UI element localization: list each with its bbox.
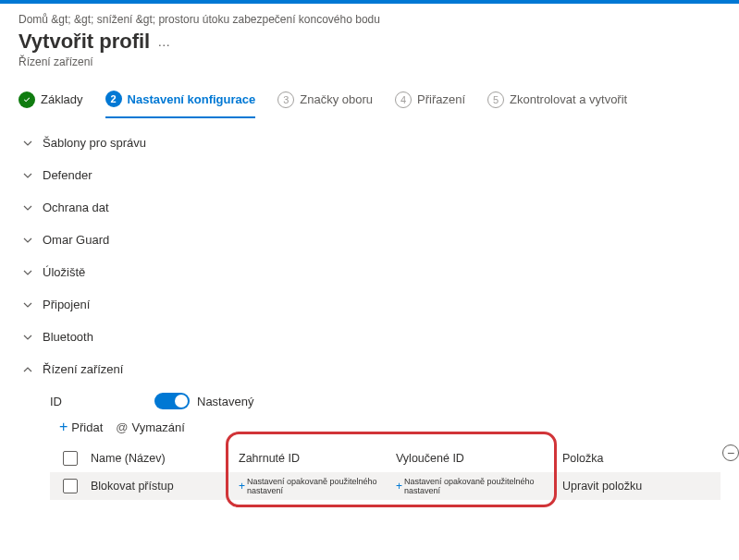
- plus-icon: +: [59, 419, 68, 435]
- wizard-steps: Základy 2 Nastavení konfigurace 3 Značky…: [0, 74, 739, 117]
- accordion-label: Připojení: [43, 298, 90, 311]
- included-settings-link[interactable]: + Nastavení opakovaně použitelného nasta…: [239, 477, 396, 495]
- step-label: Základy: [41, 92, 83, 106]
- tiny-link-label: Nastavení opakovaně použitelného nastave…: [404, 477, 562, 495]
- table-header-row: Name (Název) Zahrnuté ID Vyloučené ID Po…: [50, 444, 721, 472]
- step-basics[interactable]: Základy: [18, 91, 83, 117]
- chevron-down-icon: [22, 202, 33, 213]
- chevron-down-icon: [22, 299, 33, 310]
- col-name: Name (Název): [91, 452, 239, 465]
- accordion-label: Řízení zařízení: [43, 362, 123, 376]
- step-number-icon: 4: [395, 91, 412, 108]
- cell-name: Blokovat přístup: [91, 480, 239, 493]
- step-label: Přiřazení: [417, 92, 465, 106]
- step-label: Nastavení konfigurace: [128, 92, 256, 106]
- accordion-connectivity[interactable]: Připojení: [18, 288, 721, 321]
- chevron-down-icon: [22, 267, 33, 278]
- row-checkbox[interactable]: [63, 479, 78, 493]
- toggle-knob: [175, 395, 188, 408]
- chevron-down-icon: [22, 138, 33, 149]
- remove-row-button[interactable]: −: [722, 444, 739, 461]
- config-body: Šablony pro správu Defender Ochrana dat …: [0, 117, 739, 518]
- chevron-up-icon: [22, 364, 33, 375]
- col-excluded: Vyloučené ID: [396, 452, 562, 465]
- accordion-data-protection[interactable]: Ochrana dat: [18, 191, 721, 224]
- accordion-admin-templates[interactable]: Šablony pro správu: [18, 127, 721, 159]
- col-item: Položka: [562, 452, 673, 465]
- clear-label: Vymazání: [132, 420, 185, 434]
- chevron-down-icon: [22, 332, 33, 343]
- accordion-label: Omar Guard: [43, 233, 109, 247]
- table-row: Blokovat přístup + Nastavení opakovaně p…: [50, 472, 721, 500]
- step-scope-tags[interactable]: 3 Značky oboru: [277, 91, 373, 117]
- at-icon: @: [116, 420, 128, 434]
- breadcrumb[interactable]: Domů &gt; &gt; snížení &gt; prostoru úto…: [18, 13, 721, 26]
- check-icon: [18, 91, 35, 108]
- id-label: ID: [50, 395, 62, 408]
- step-number-icon: 2: [105, 91, 122, 107]
- accordion-device-control[interactable]: Řízení zařízení: [18, 353, 721, 385]
- configured-toggle[interactable]: [154, 393, 190, 409]
- accordion-defender[interactable]: Defender: [18, 159, 721, 191]
- step-assignments[interactable]: 4 Přiřazení: [395, 91, 465, 117]
- excluded-settings-link[interactable]: + Nastavení opakovaně použitelného nasta…: [396, 477, 562, 495]
- plus-icon: +: [239, 480, 245, 493]
- accordion-bluetooth[interactable]: Bluetooth: [18, 321, 721, 353]
- page-title: Vytvořit profil: [18, 30, 150, 54]
- accordion-label: Defender: [43, 168, 92, 182]
- add-button[interactable]: + Přidat: [59, 419, 103, 435]
- clear-button[interactable]: @ Vymazání: [116, 420, 185, 434]
- rules-table: Name (Název) Zahrnuté ID Vyloučené ID Po…: [50, 444, 721, 500]
- chevron-down-icon: [22, 170, 33, 181]
- chevron-down-icon: [22, 235, 33, 246]
- page-header: Domů &gt; &gt; snížení &gt; prostoru úto…: [0, 4, 739, 74]
- accordion-label: Úložiště: [43, 265, 85, 279]
- toggle-label: Nastavený: [197, 395, 253, 408]
- page-subtitle: Řízení zařízení: [18, 55, 721, 68]
- step-config[interactable]: 2 Nastavení konfigurace: [105, 91, 256, 118]
- accordion-label: Ochrana dat: [43, 201, 109, 214]
- accordion-label: Bluetooth: [43, 330, 93, 344]
- accordion-omar-guard[interactable]: Omar Guard: [18, 224, 721, 256]
- device-control-panel: ID Nastavený + Přidat @ Vymazání Name (N…: [18, 385, 721, 500]
- edit-item-link[interactable]: Upravit položku: [562, 480, 642, 493]
- accordion-storage[interactable]: Úložiště: [18, 256, 721, 288]
- step-number-icon: 5: [487, 91, 504, 108]
- step-review[interactable]: 5 Zkontrolovat a vytvořit: [487, 91, 627, 117]
- step-number-icon: 3: [277, 91, 294, 108]
- step-label: Značky oboru: [300, 92, 373, 106]
- col-included: Zahrnuté ID: [239, 452, 396, 465]
- add-label: Přidat: [71, 420, 103, 434]
- select-all-checkbox[interactable]: [63, 451, 78, 466]
- more-icon[interactable]: …: [157, 34, 171, 49]
- plus-icon: +: [396, 480, 402, 493]
- step-label: Zkontrolovat a vytvořit: [510, 92, 627, 106]
- tiny-link-label: Nastavení opakovaně použitelného nastave…: [247, 477, 396, 495]
- accordion-label: Šablony pro správu: [43, 136, 146, 150]
